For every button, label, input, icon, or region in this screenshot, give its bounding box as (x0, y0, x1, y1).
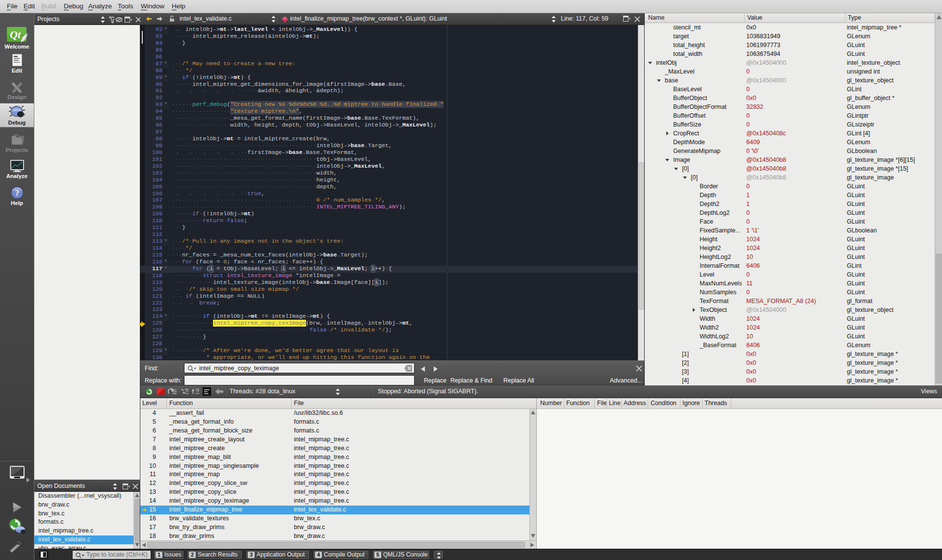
svg-text:?: ? (15, 188, 19, 198)
svg-text:Qt: Qt (10, 28, 21, 41)
